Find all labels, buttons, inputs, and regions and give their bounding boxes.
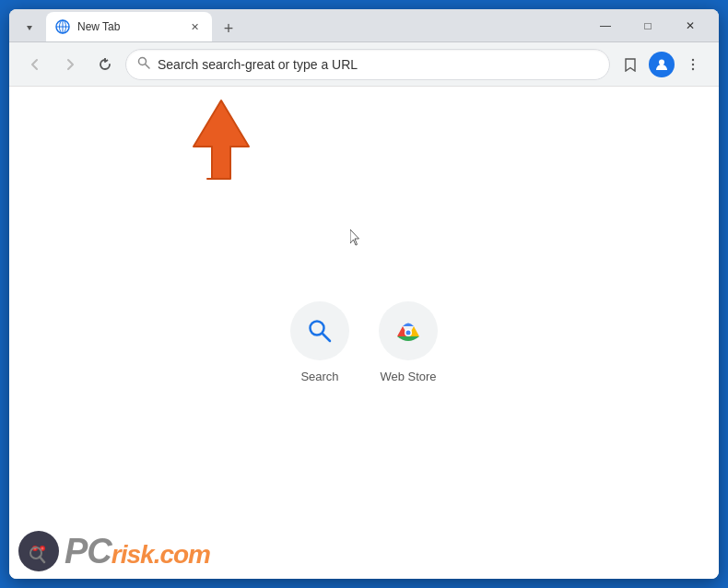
- shortcut-webstore-icon-circle: [379, 301, 438, 360]
- active-tab[interactable]: New Tab ✕: [46, 12, 212, 41]
- profile-avatar: [649, 52, 675, 77]
- pcrisk-brand-text: PC risk.com: [65, 532, 210, 571]
- shortcut-webstore-label: Web Store: [380, 370, 436, 383]
- shortcut-search[interactable]: Search: [290, 301, 349, 383]
- svg-point-21: [41, 547, 44, 550]
- address-bar-search-icon: [137, 56, 150, 72]
- tab-list-button[interactable]: [17, 16, 42, 41]
- tab-title: New Tab: [77, 20, 179, 33]
- back-button[interactable]: [20, 50, 50, 79]
- menu-button[interactable]: [678, 50, 708, 79]
- pcrisk-pc-text: PC: [65, 532, 112, 571]
- svg-line-6: [146, 65, 150, 69]
- profile-button[interactable]: [647, 50, 676, 79]
- title-bar: New Tab ✕ + — □ ✕: [9, 9, 719, 42]
- svg-point-8: [692, 58, 694, 60]
- pcrisk-logo-icon: [18, 531, 59, 571]
- svg-point-9: [692, 63, 694, 65]
- svg-marker-0: [27, 26, 32, 30]
- tab-favicon-icon: [55, 19, 70, 34]
- bookmark-button[interactable]: [616, 50, 645, 79]
- shortcuts-area: Search: [290, 301, 438, 383]
- refresh-button[interactable]: [90, 50, 120, 79]
- url-input[interactable]: [158, 57, 598, 72]
- pcrisk-risk-text: risk.com: [112, 540, 210, 570]
- address-bar[interactable]: [125, 49, 610, 80]
- browser-window: New Tab ✕ + — □ ✕: [9, 9, 719, 579]
- svg-line-14: [323, 334, 330, 341]
- svg-point-10: [692, 67, 694, 69]
- shortcut-search-icon-circle: [290, 301, 349, 360]
- new-tab-button[interactable]: +: [216, 16, 241, 41]
- svg-point-7: [659, 59, 664, 65]
- pcrisk-watermark: PC risk.com: [9, 523, 219, 579]
- main-content: Search: [9, 87, 719, 579]
- navigation-bar: [9, 42, 719, 87]
- annotation-arrow: [180, 96, 263, 192]
- tab-bar: New Tab ✕ +: [17, 9, 584, 41]
- shortcut-webstore[interactable]: Web Store: [379, 301, 438, 383]
- close-button[interactable]: ✕: [669, 11, 711, 41]
- search-shortcut-icon: [307, 318, 333, 344]
- minimize-button[interactable]: —: [584, 11, 627, 41]
- webstore-shortcut-icon: [393, 316, 423, 346]
- nav-right-icons: [616, 50, 708, 79]
- shortcut-search-label: Search: [300, 370, 338, 383]
- svg-point-16: [406, 330, 411, 335]
- forward-button[interactable]: [55, 50, 85, 79]
- mouse-cursor: [350, 229, 361, 246]
- svg-marker-12: [194, 100, 249, 179]
- tab-close-button[interactable]: ✕: [186, 18, 203, 35]
- window-controls: — □ ✕: [584, 11, 711, 41]
- maximize-button[interactable]: □: [627, 11, 669, 41]
